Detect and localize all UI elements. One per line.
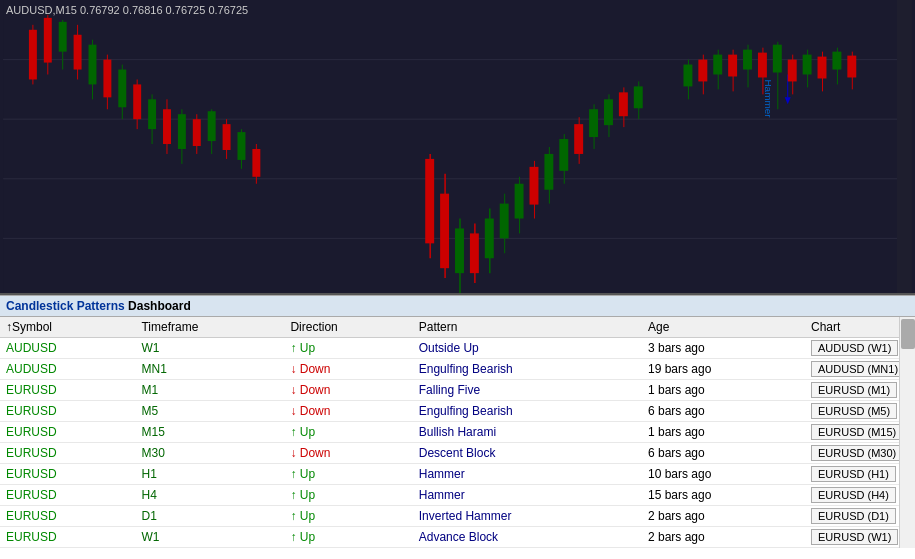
chart-button[interactable]: EURUSD (H1) xyxy=(811,466,896,482)
cell-age: 19 bars ago xyxy=(642,359,805,380)
svg-rect-28 xyxy=(193,119,201,146)
cell-age: 2 bars ago xyxy=(642,527,805,548)
table-row: EURUSD M1 ↓ Down Falling Five 1 bars ago… xyxy=(0,380,915,401)
cell-age: 1 bars ago xyxy=(642,422,805,443)
cell-symbol: AUDUSD xyxy=(0,338,135,359)
chart-button[interactable]: AUDUSD (MN1) xyxy=(811,361,905,377)
chart-button[interactable]: EURUSD (H4) xyxy=(811,487,896,503)
chart-button[interactable]: EURUSD (D1) xyxy=(811,508,896,524)
chart-title: AUDUSD,M15 0.76792 0.76816 0.76725 0.767… xyxy=(6,4,248,16)
table-row: AUDUSD MN1 ↓ Down Engulfing Bearish 19 b… xyxy=(0,359,915,380)
svg-rect-24 xyxy=(163,109,171,144)
cell-direction: ↑ Up xyxy=(284,485,412,506)
cell-direction: ↑ Up xyxy=(284,338,412,359)
cell-symbol: AUDUSD xyxy=(0,359,135,380)
svg-rect-26 xyxy=(178,114,186,149)
svg-rect-30 xyxy=(208,111,216,141)
cell-age: 1 bars ago xyxy=(642,380,805,401)
cell-timeframe: W1 xyxy=(135,527,284,548)
cell-pattern: Hammer xyxy=(413,464,642,485)
col-age: Age xyxy=(642,317,805,338)
svg-rect-42 xyxy=(455,228,464,273)
cell-age: 2 bars ago xyxy=(642,506,805,527)
table-container: Symbol Timeframe Direction Pattern Age C… xyxy=(0,317,915,548)
cell-symbol: EURUSD xyxy=(0,380,135,401)
svg-rect-10 xyxy=(59,22,67,52)
svg-rect-6 xyxy=(29,30,37,80)
svg-rect-46 xyxy=(485,219,494,259)
chart-button[interactable]: EURUSD (M1) xyxy=(811,382,897,398)
table-body: AUDUSD W1 ↑ Up Outside Up 3 bars ago AUD… xyxy=(0,338,915,548)
cell-timeframe: M5 xyxy=(135,401,284,422)
cell-timeframe: M15 xyxy=(135,422,284,443)
chart-button[interactable]: EURUSD (M30) xyxy=(811,445,903,461)
svg-rect-91 xyxy=(832,52,841,70)
col-timeframe: Timeframe xyxy=(135,317,284,338)
cell-age: 3 bars ago xyxy=(642,338,805,359)
cell-direction: ↑ Up xyxy=(284,527,412,548)
svg-rect-62 xyxy=(604,99,613,125)
cell-pattern: Outside Up xyxy=(413,338,642,359)
scrollbar[interactable] xyxy=(899,317,915,548)
cell-timeframe: W1 xyxy=(135,338,284,359)
cell-age: 10 bars ago xyxy=(642,464,805,485)
chart-button[interactable]: EURUSD (M5) xyxy=(811,403,897,419)
cell-age: 6 bars ago xyxy=(642,443,805,464)
svg-rect-22 xyxy=(148,99,156,129)
cell-timeframe: H4 xyxy=(135,485,284,506)
svg-rect-40 xyxy=(440,194,449,268)
scrollbar-thumb[interactable] xyxy=(901,319,915,349)
cell-pattern: Descent Block xyxy=(413,443,642,464)
cell-direction: ↓ Down xyxy=(284,401,412,422)
dashboard-title-patterns: Candlestick Patterns xyxy=(6,299,125,313)
cell-pattern: Hammer xyxy=(413,485,642,506)
cell-timeframe: MN1 xyxy=(135,359,284,380)
col-pattern: Pattern xyxy=(413,317,642,338)
svg-rect-36 xyxy=(252,149,260,177)
svg-text:Hammer: Hammer xyxy=(763,79,774,118)
cell-symbol: EURUSD xyxy=(0,527,135,548)
svg-rect-20 xyxy=(133,84,141,119)
svg-rect-93 xyxy=(847,56,856,78)
cell-symbol: EURUSD xyxy=(0,464,135,485)
svg-rect-80 xyxy=(773,45,782,73)
dashboard-title: Candlestick Patterns Dashboard xyxy=(0,296,915,317)
svg-rect-14 xyxy=(89,45,97,85)
cell-pattern: Engulfing Bearish xyxy=(413,401,642,422)
cell-direction: ↓ Down xyxy=(284,443,412,464)
svg-rect-48 xyxy=(500,204,509,239)
cell-timeframe: M1 xyxy=(135,380,284,401)
cell-pattern: Advance Block xyxy=(413,527,642,548)
svg-rect-54 xyxy=(544,154,553,190)
svg-rect-72 xyxy=(713,55,722,75)
svg-rect-68 xyxy=(683,65,692,87)
chart-button[interactable]: EURUSD (M15) xyxy=(811,424,903,440)
cell-timeframe: H1 xyxy=(135,464,284,485)
svg-rect-12 xyxy=(74,35,82,70)
dashboard: Candlestick Patterns Dashboard Symbol Ti… xyxy=(0,295,915,548)
svg-rect-34 xyxy=(238,132,246,160)
table-row: EURUSD H4 ↑ Up Hammer 15 bars ago EURUSD… xyxy=(0,485,915,506)
table-header-row: Symbol Timeframe Direction Pattern Age C… xyxy=(0,317,915,338)
svg-rect-70 xyxy=(698,60,707,82)
col-direction: Direction xyxy=(284,317,412,338)
cell-pattern: Falling Five xyxy=(413,380,642,401)
sort-arrow-icon xyxy=(6,320,12,334)
cell-symbol: EURUSD xyxy=(0,443,135,464)
table-row: EURUSD M30 ↓ Down Descent Block 6 bars a… xyxy=(0,443,915,464)
chart-button[interactable]: EURUSD (W1) xyxy=(811,529,898,545)
chart-button[interactable]: AUDUSD (W1) xyxy=(811,340,898,356)
svg-rect-60 xyxy=(589,109,598,137)
cell-direction: ↓ Down xyxy=(284,380,412,401)
svg-rect-16 xyxy=(103,60,111,98)
cell-direction: ↓ Down xyxy=(284,359,412,380)
svg-rect-18 xyxy=(118,70,126,108)
svg-rect-94 xyxy=(897,0,912,293)
cell-direction: ↑ Up xyxy=(284,422,412,443)
cell-pattern: Bullish Harami xyxy=(413,422,642,443)
cell-timeframe: D1 xyxy=(135,506,284,527)
svg-rect-38 xyxy=(425,159,434,243)
svg-rect-74 xyxy=(728,55,737,77)
table-row: EURUSD M5 ↓ Down Engulfing Bearish 6 bar… xyxy=(0,401,915,422)
svg-rect-89 xyxy=(818,57,827,79)
